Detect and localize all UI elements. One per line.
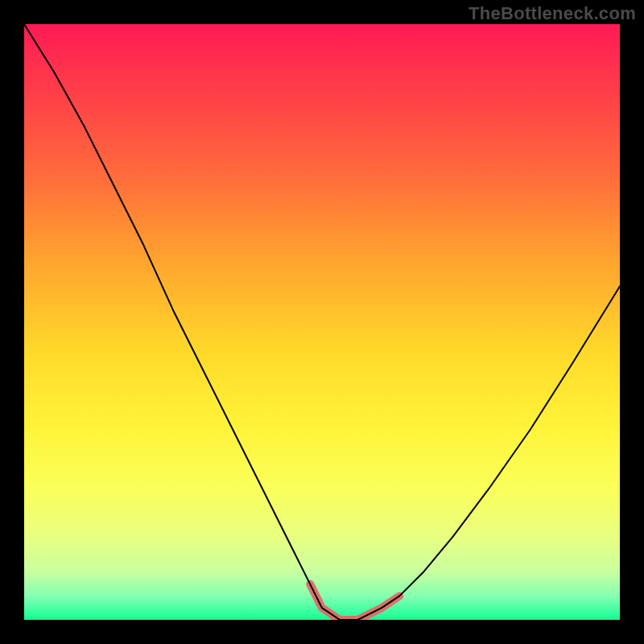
watermark-label: TheBottleneck.com: [469, 3, 636, 24]
curve-main: [24, 24, 620, 620]
chart-stage: TheBottleneck.com: [0, 0, 644, 644]
curve-highlight: [310, 584, 399, 620]
curve-svg: [24, 24, 620, 620]
plot-area: [24, 24, 620, 620]
